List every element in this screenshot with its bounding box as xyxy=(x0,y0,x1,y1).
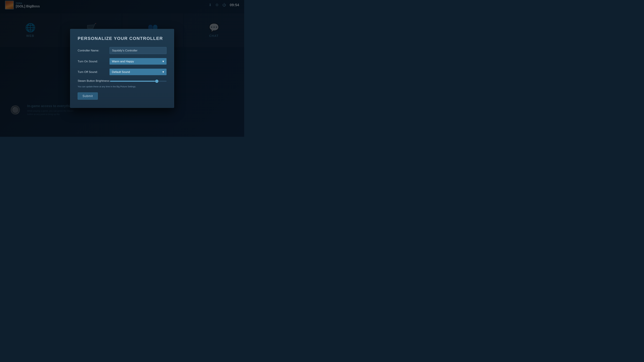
brightness-slider[interactable] xyxy=(110,81,166,82)
hint-text: You can update these at any time in the … xyxy=(78,85,166,88)
submit-button[interactable]: Submit xyxy=(78,92,98,100)
personalize-dialog: PERSONALIZE YOUR CONTROLLER Controller N… xyxy=(70,29,174,108)
turn-on-sound-select[interactable]: Warm and Happy Default Sound Valve Compl… xyxy=(110,58,166,65)
controller-name-label: Controller Name: xyxy=(78,49,110,52)
turn-on-sound-dropdown-wrapper: Warm and Happy Default Sound Valve Compl… xyxy=(110,58,166,65)
turn-on-sound-row: Turn On Sound: Warm and Happy Default So… xyxy=(78,58,166,65)
brightness-row: Steam Button Brightness: xyxy=(78,79,166,83)
turn-off-sound-label: Turn Off Sound: xyxy=(78,70,110,73)
turn-on-sound-label: Turn On Sound: xyxy=(78,60,110,63)
brightness-slider-wrapper xyxy=(110,79,166,82)
dialog-title: PERSONALIZE YOUR CONTROLLER xyxy=(78,36,166,41)
turn-off-sound-select[interactable]: Default Sound Warm and Happy Valve Compl… xyxy=(110,69,166,75)
turn-off-sound-row: Turn Off Sound: Default Sound Warm and H… xyxy=(78,69,166,75)
controller-name-input[interactable] xyxy=(110,47,166,54)
brightness-label: Steam Button Brightness: xyxy=(78,79,110,83)
controller-name-row: Controller Name: xyxy=(78,47,166,54)
turn-off-sound-dropdown-wrapper: Default Sound Warm and Happy Valve Compl… xyxy=(110,69,166,75)
